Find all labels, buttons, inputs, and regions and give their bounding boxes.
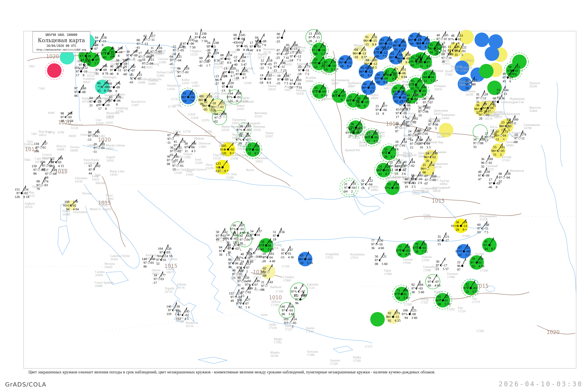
station-value: 01 xyxy=(163,258,166,262)
station-value: 26 xyxy=(124,65,127,68)
station-name-label: Костюковичи26887 xyxy=(331,78,349,85)
station-value: 52 xyxy=(240,234,243,238)
station-value: 09 xyxy=(472,83,476,86)
station-value: 96≡ xyxy=(482,106,487,110)
station-value: 19 xyxy=(434,53,438,56)
station-name-label: Pescara xyxy=(82,192,92,195)
station-value: 76 xyxy=(98,100,102,103)
station-value: -01 xyxy=(240,227,244,231)
station-value: -21 xyxy=(276,82,280,85)
station-value: 21 xyxy=(261,280,264,284)
station-value: 97 xyxy=(396,112,399,115)
station-value: 29 xyxy=(483,102,487,106)
station-value: 97* xyxy=(393,96,398,99)
station-value: 55 xyxy=(493,146,496,149)
station-value: 80 xyxy=(282,312,285,316)
station-name-label: Monte S. Angelo xyxy=(90,207,111,211)
station-value: 97‖ xyxy=(284,321,288,324)
station-dot-icon xyxy=(298,290,300,293)
station-value: -13 xyxy=(223,67,227,70)
station-name-label: Tripolis16710 xyxy=(165,287,174,294)
station-value: -01 xyxy=(360,74,364,77)
station-value: -11 xyxy=(370,86,374,90)
station-value: 4 04 xyxy=(73,208,79,211)
station-value: 26 xyxy=(428,126,432,130)
station-dot-icon xyxy=(385,42,387,45)
station-value: 110 xyxy=(166,312,171,316)
station-value: -08 xyxy=(81,90,86,94)
station-value: -105 xyxy=(220,144,226,148)
station-value: 97 xyxy=(442,56,445,60)
station-name-label: Pian Rosa16052 xyxy=(38,130,51,136)
station-value: 8 6 xyxy=(227,61,231,64)
station-value: 40 xyxy=(403,160,406,164)
station-dot-icon xyxy=(460,225,462,227)
station-dot-icon xyxy=(243,138,245,141)
station-value: 159 xyxy=(32,164,37,168)
station-dot-icon xyxy=(318,90,321,93)
station-value: 41 xyxy=(497,96,500,99)
station-value: 8 12* xyxy=(331,68,338,71)
station-value: 229 xyxy=(231,67,236,70)
station-value: 8 5 xyxy=(372,66,377,69)
station-value: -02 xyxy=(213,120,218,123)
station-dot-icon xyxy=(237,228,239,230)
station-value: 07 xyxy=(426,60,430,64)
station-value: 00 xyxy=(88,130,91,134)
station-name-label: Eskisehir17124 xyxy=(307,283,318,290)
station-value: 45 xyxy=(502,80,506,83)
station-value: 97 xyxy=(167,158,170,162)
station-value: 24 xyxy=(393,86,397,90)
station-value: -08 xyxy=(262,274,266,277)
station-value: 19 xyxy=(404,185,408,188)
station-name-label: Gorzow Wlkp12300 xyxy=(158,57,176,64)
station-dot-icon xyxy=(49,173,51,175)
station-value: 97 xyxy=(425,178,428,182)
station-value: 45 xyxy=(396,108,399,111)
station-value: 8 4 xyxy=(388,46,392,49)
station-name-label: Жлобин26966 xyxy=(305,76,316,83)
station-value: 34 xyxy=(430,50,433,54)
station-value: 97∇ xyxy=(394,292,400,296)
station-dot-icon xyxy=(278,66,280,68)
station-value: 8 4 xyxy=(401,48,405,51)
station-value: 07 xyxy=(395,130,398,133)
station-dot-icon xyxy=(199,36,201,38)
station-value: 03 xyxy=(385,168,389,172)
station-value: -11 xyxy=(166,141,171,144)
station-value: 97 xyxy=(390,164,393,168)
station-value: -15 xyxy=(129,73,134,76)
station-value: -04 xyxy=(149,62,153,65)
station-value: -03 xyxy=(410,64,414,67)
station-name-label: Izmir xyxy=(261,313,268,316)
station-name-label: 37409 xyxy=(462,234,470,238)
station-dot-icon xyxy=(440,264,442,266)
station-value: 151 xyxy=(15,188,20,191)
station-dot-icon xyxy=(230,238,232,240)
station-dot-icon xyxy=(238,60,240,62)
station-value: 97 xyxy=(236,72,239,76)
station-value: 04 xyxy=(244,280,248,283)
station-value: 49 xyxy=(502,72,506,76)
station-value: -40 xyxy=(233,63,237,66)
station-value: 82 xyxy=(249,248,252,251)
station-name-label: Zagreb14241 xyxy=(106,156,115,162)
station-value: -12 xyxy=(347,61,352,64)
station-value: 35 xyxy=(430,43,433,46)
station-value: -03 xyxy=(418,287,423,290)
station-value: -59 xyxy=(108,90,112,93)
map-source-url[interactable]: http://meteocenter.net/circ/LBSF.png xyxy=(33,48,90,51)
station-dot-icon xyxy=(489,136,491,138)
station-value: 33 xyxy=(97,89,100,92)
station-value: 7 xyxy=(133,58,135,61)
station-value: -04 xyxy=(506,176,510,179)
station-value: 97·] xyxy=(312,48,317,52)
station-value: 25 xyxy=(314,86,318,90)
station-name-label: 26878 xyxy=(322,71,330,74)
station-value: 06 xyxy=(235,262,238,265)
station-value: 52 xyxy=(156,262,160,265)
station-value: 96* xyxy=(416,42,422,45)
station-value: 18 xyxy=(399,53,402,56)
station-value: 14 xyxy=(260,74,263,77)
station-name-label: Szeged12982 xyxy=(183,152,192,159)
